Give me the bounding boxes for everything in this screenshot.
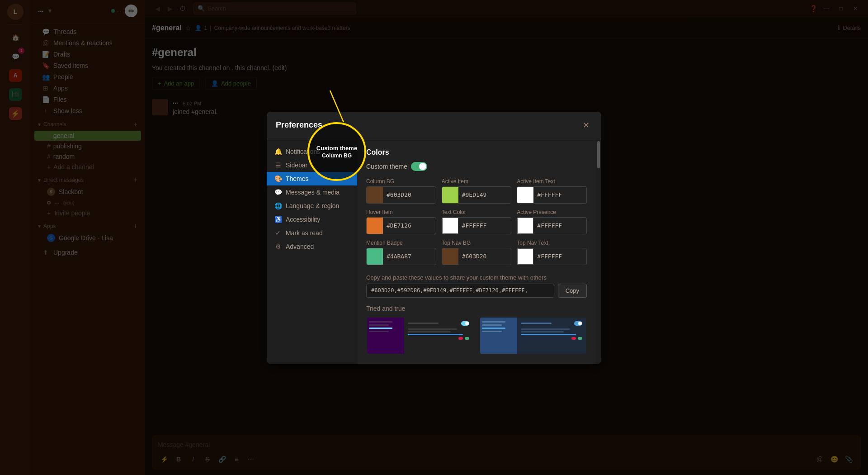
active-presence-color: [517, 218, 533, 234]
theme1-content: [404, 318, 473, 354]
hover-item-color: [367, 218, 383, 234]
top-nav-bg-swatch[interactable]: #603D20: [442, 248, 512, 265]
copy-button[interactable]: Copy: [558, 284, 587, 298]
column-bg-color: [367, 187, 383, 203]
notifications-icon: 🔔: [274, 148, 282, 155]
mention-badge-value: #4ABA87: [383, 253, 436, 260]
messages-nav-label: Messages & media: [286, 189, 340, 196]
modal-header: Preferences ✕: [267, 112, 601, 139]
color-field-text-color: Text Color #FFFFFF: [442, 209, 512, 234]
advanced-nav-label: Advanced: [286, 243, 314, 250]
theme2-sidebar: [480, 318, 517, 354]
active-item-label: Active Item: [442, 178, 512, 185]
theme-preview-inner-1: [367, 318, 473, 354]
colors-title: Colors: [366, 148, 587, 157]
tried-true-label: Tried and true: [366, 305, 587, 312]
modal-nav-language[interactable]: 🌐 Language & region: [267, 199, 357, 213]
custom-theme-toggle[interactable]: [411, 162, 427, 171]
top-nav-text-value: #FFFFFF: [533, 253, 586, 260]
modal-nav-themes[interactable]: 🎨 Themes: [267, 172, 357, 185]
modal-nav-accessibility[interactable]: ♿ Accessibility: [267, 213, 357, 226]
hover-item-label: Hover Item: [366, 209, 436, 215]
color-field-column-bg: Column BG #603D20: [366, 178, 436, 204]
themes-nav-label: Themes: [286, 175, 309, 182]
top-nav-text-label: Top Nav Text: [517, 240, 587, 246]
active-item-color: [442, 187, 458, 203]
top-nav-text-color: [517, 248, 533, 265]
color-field-active-item-text: Active Item Text #FFFFFF: [517, 178, 587, 204]
active-item-text-color: [517, 187, 533, 203]
color-field-top-nav-text: Top Nav Text #FFFFFF: [517, 240, 587, 265]
top-nav-bg-color: [442, 248, 458, 265]
color-field-active-presence: Active Presence #FFFFFF: [517, 209, 587, 234]
modal-body: 🔔 Notifications ☰ Sidebar 🎨 Themes 💬 Mes…: [267, 139, 601, 364]
theme-preview-inner-2: [480, 318, 586, 354]
theme-preset-2[interactable]: [479, 317, 587, 355]
text-color-value: #FFFFFF: [458, 222, 511, 229]
themes-grid: [366, 317, 587, 355]
active-presence-label: Active Presence: [517, 209, 587, 215]
messages-nav-icon: 💬: [274, 189, 282, 196]
share-row: Copy and paste these values to share you…: [366, 274, 587, 298]
color-field-hover-item: Hover Item #DE7126: [366, 209, 436, 234]
mark-as-read-label: Mark as read: [286, 229, 323, 237]
modal-nav-advanced[interactable]: ⚙ Advanced: [267, 240, 357, 253]
modal-nav-mark-as-read[interactable]: ✓ Mark as read: [267, 226, 357, 240]
tried-true-section: Tried and true: [366, 305, 587, 355]
custom-theme-label: Custom theme: [366, 163, 407, 170]
scroll-thumb: [597, 141, 600, 168]
share-label: Copy and paste these values to share you…: [366, 274, 587, 281]
themes-nav-icon: 🎨: [274, 175, 282, 182]
share-input-row: Copy: [366, 284, 587, 298]
top-nav-bg-value: #603D20: [458, 253, 511, 260]
theme1-sidebar: [367, 318, 404, 354]
column-bg-value: #603D20: [383, 191, 436, 198]
text-color-color: [442, 218, 458, 234]
active-presence-value: #FFFFFF: [533, 222, 586, 229]
theme2-content: [517, 318, 586, 354]
column-bg-swatch[interactable]: #603D20: [366, 186, 436, 204]
modal-title: Preferences: [276, 120, 322, 130]
theme-preset-1[interactable]: [366, 317, 474, 355]
sidebar-nav-label: Sidebar: [286, 162, 307, 169]
advanced-nav-icon: ⚙: [274, 243, 282, 250]
color-field-top-nav-bg: Top Nav BG #603D20: [442, 240, 512, 265]
text-color-swatch[interactable]: #FFFFFF: [442, 217, 512, 234]
column-bg-label: Column BG: [366, 178, 436, 185]
modal-nav-sidebar[interactable]: ☰ Sidebar: [267, 158, 357, 172]
hover-item-swatch[interactable]: #DE7126: [366, 217, 436, 234]
text-color-label: Text Color: [442, 209, 512, 215]
active-item-text-value: #FFFFFF: [533, 191, 586, 198]
mention-badge-color: [367, 248, 383, 265]
active-item-swatch[interactable]: #9ED149: [442, 186, 512, 204]
modal-nav-notifications[interactable]: 🔔 Notifications: [267, 145, 357, 158]
modal-scrollbar[interactable]: [596, 139, 601, 364]
sidebar-nav-icon: ☰: [274, 162, 282, 169]
modal-overlay[interactable]: Preferences ✕ 🔔 Notifications ☰ Sidebar …: [0, 0, 868, 475]
accessibility-nav-icon: ♿: [274, 216, 282, 223]
top-nav-text-swatch[interactable]: #FFFFFF: [517, 248, 587, 265]
modal-nav-messages[interactable]: 💬 Messages & media: [267, 185, 357, 199]
modal-close-button[interactable]: ✕: [580, 119, 592, 132]
accessibility-nav-label: Accessibility: [286, 216, 320, 223]
active-presence-swatch[interactable]: #FFFFFF: [517, 217, 587, 234]
language-nav-icon: 🌐: [274, 202, 282, 209]
notifications-nav-label: Notifications: [286, 148, 320, 155]
share-input[interactable]: [366, 284, 554, 298]
active-item-text-swatch[interactable]: #FFFFFF: [517, 186, 587, 204]
top-nav-bg-label: Top Nav BG: [442, 240, 512, 246]
modal-nav: 🔔 Notifications ☰ Sidebar 🎨 Themes 💬 Mes…: [267, 139, 357, 364]
color-field-active-item: Active Item #9ED149: [442, 178, 512, 204]
color-field-mention-badge: Mention Badge #4ABA87: [366, 240, 436, 265]
themes-content: Colors Custom theme Column BG #603D20: [357, 139, 596, 364]
mention-badge-swatch[interactable]: #4ABA87: [366, 248, 436, 265]
mark-as-read-icon: ✓: [274, 229, 282, 237]
mention-badge-label: Mention Badge: [366, 240, 436, 246]
custom-theme-row: Custom theme: [366, 162, 587, 171]
language-nav-label: Language & region: [286, 202, 339, 209]
colors-grid: Column BG #603D20 Active Item #9ED149: [366, 178, 587, 265]
active-item-value: #9ED149: [458, 191, 511, 198]
preferences-modal: Preferences ✕ 🔔 Notifications ☰ Sidebar …: [267, 112, 601, 364]
active-item-text-label: Active Item Text: [517, 178, 587, 185]
hover-item-value: #DE7126: [383, 222, 436, 229]
